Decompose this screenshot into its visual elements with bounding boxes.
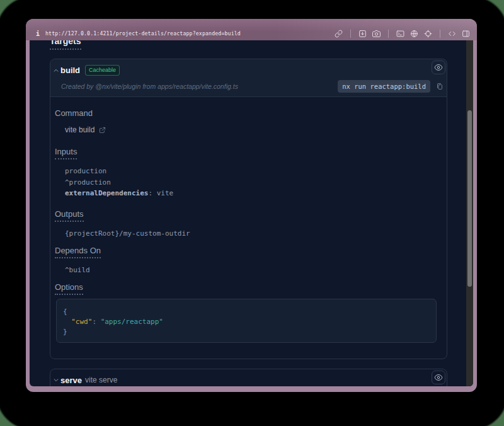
command-value: vite build — [65, 125, 94, 134]
depends-on-item: ^build — [65, 265, 437, 276]
build-card-header[interactable]: build Cacheable Created by @nx/vite/plug… — [50, 59, 447, 97]
build-header-meta: Created by @nx/vite/plugin from apps/rea… — [52, 79, 445, 93]
outputs-list: {projectRoot}/my-custom-outdir — [65, 228, 437, 239]
crosshair-icon[interactable] — [424, 30, 432, 38]
chevron-up-icon[interactable] — [52, 67, 60, 74]
targets-heading: Targets — [50, 40, 447, 50]
link-icon[interactable] — [335, 30, 343, 38]
run-command-chip: nx run reactapp:build — [338, 80, 430, 93]
toolbar-separator — [440, 30, 440, 38]
inputs-list: production ^production externalDependenc… — [65, 166, 437, 199]
json-line-cwd: "cwd": "apps/reactapp" — [63, 317, 430, 327]
toolbar-actions — [335, 30, 470, 38]
serve-target-name: serve — [60, 376, 82, 385]
browser-toolbar: i http://127.0.0.1:4211/project-details/… — [26, 19, 477, 40]
external-link-icon[interactable] — [99, 127, 106, 134]
build-header-row: build Cacheable — [52, 63, 445, 78]
serve-card-header[interactable]: serve vite serve — [50, 369, 447, 387]
json-line-open: { — [63, 307, 430, 317]
build-eye-button[interactable] — [432, 60, 445, 74]
info-icon[interactable]: i — [36, 30, 40, 37]
cacheable-badge: Cacheable — [85, 65, 120, 76]
browser-window: i http://127.0.0.1:4211/project-details/… — [26, 19, 477, 392]
outputs-label: Outputs — [55, 209, 437, 222]
build-target-name: build — [60, 66, 80, 75]
target-card-build: build Cacheable Created by @nx/vite/plug… — [50, 59, 447, 359]
json-line-close: } — [63, 327, 430, 337]
camera-icon[interactable] — [372, 30, 381, 38]
download-icon[interactable] — [358, 30, 367, 38]
page-viewport: Targets build Cacheable Created by @nx/v… — [30, 40, 473, 386]
scrollbar-thumb[interactable] — [467, 110, 472, 287]
scrollbar-track[interactable] — [466, 40, 473, 386]
output-item: {projectRoot}/my-custom-outdir — [65, 228, 437, 239]
input-item: production — [65, 166, 437, 177]
copy-button[interactable] — [435, 81, 444, 91]
target-card-serve: serve vite serve — [50, 369, 447, 387]
options-label: Options — [55, 282, 437, 295]
toolbar-separator — [350, 30, 351, 38]
globe-icon[interactable] — [410, 30, 418, 38]
depends-on-label: Depends On — [55, 246, 437, 258]
url-text[interactable]: http://127.0.0.1:4211/project-details/re… — [45, 30, 241, 37]
options-json-box: { "cwd": "apps/reactapp" } — [56, 299, 437, 343]
serve-eye-button[interactable] — [432, 371, 445, 384]
depends-on-list: ^build — [65, 265, 437, 276]
chevron-down-icon[interactable] — [52, 376, 60, 384]
terminal-icon[interactable] — [396, 30, 404, 38]
input-item: externalDependencies: vite — [65, 188, 437, 199]
serve-header-row: serve vite serve — [52, 373, 445, 387]
inputs-label: Inputs — [55, 147, 437, 159]
serve-command-text: vite serve — [85, 376, 117, 384]
build-card-body: Command vite build Inputs production ^pr… — [50, 97, 447, 359]
targets-heading-text[interactable]: Targets — [50, 40, 81, 50]
created-by-text: Created by @nx/vite/plugin from apps/rea… — [61, 83, 238, 90]
command-label: Command — [55, 108, 437, 118]
page-content: Targets build Cacheable Created by @nx/v… — [30, 40, 466, 386]
command-value-row: vite build — [65, 125, 437, 134]
input-item: ^production — [65, 177, 437, 188]
code-icon[interactable] — [448, 30, 456, 38]
toolbar-separator — [388, 30, 389, 38]
panel-icon[interactable] — [462, 30, 470, 38]
